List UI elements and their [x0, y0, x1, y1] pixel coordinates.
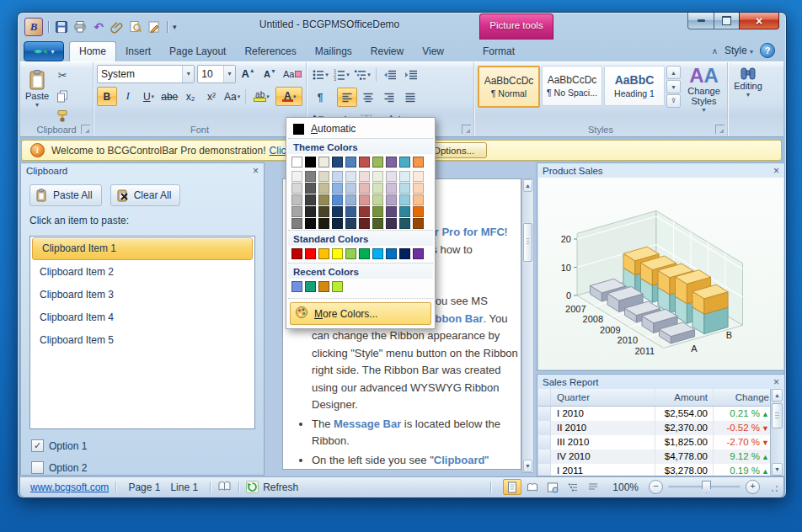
- color-swatch[interactable]: [332, 281, 343, 292]
- color-swatch[interactable]: [305, 157, 316, 168]
- scroll-thumb[interactable]: [772, 403, 783, 428]
- color-swatch[interactable]: [359, 218, 370, 229]
- numbering-button[interactable]: 123▾: [331, 65, 351, 84]
- color-swatch[interactable]: [332, 157, 343, 168]
- tab-mailings[interactable]: Mailings: [306, 42, 361, 61]
- color-swatch[interactable]: [372, 157, 383, 168]
- superscript-button[interactable]: x²: [201, 87, 222, 106]
- tab-page-layout[interactable]: Page Layout: [160, 42, 235, 61]
- color-swatch[interactable]: [413, 171, 424, 182]
- color-swatch[interactable]: [386, 206, 397, 217]
- format-painter-button[interactable]: [52, 106, 72, 125]
- website-link[interactable]: www.bcgsoft.com: [30, 481, 109, 493]
- color-swatch[interactable]: [318, 281, 329, 292]
- color-swatch[interactable]: [305, 171, 316, 182]
- show-marks-button[interactable]: ¶: [310, 88, 330, 107]
- subscript-button[interactable]: x₂: [180, 87, 200, 106]
- tab-references[interactable]: References: [235, 42, 305, 61]
- scroll-down-icon[interactable]: ▼: [772, 463, 783, 476]
- italic-button[interactable]: I: [118, 87, 138, 106]
- bold-button[interactable]: B: [97, 87, 117, 106]
- font-size-combo[interactable]: 10▾: [197, 65, 236, 83]
- undo-icon[interactable]: ↶: [91, 19, 106, 35]
- color-swatch[interactable]: [318, 183, 329, 194]
- color-swatch[interactable]: [291, 171, 302, 182]
- change-styles-button[interactable]: AA Change Styles ▾: [681, 62, 727, 114]
- highlight-color-button[interactable]: ab▾: [249, 87, 275, 106]
- paragraph-dialog-launcher[interactable]: [462, 125, 471, 134]
- color-swatch[interactable]: [332, 206, 343, 217]
- color-swatch[interactable]: [386, 248, 397, 259]
- multilevel-list-button[interactable]: ▾: [352, 65, 372, 84]
- editing-button[interactable]: Editing ▾: [728, 62, 768, 98]
- zoom-in-icon[interactable]: +: [746, 480, 760, 494]
- app-icon[interactable]: B: [24, 18, 43, 36]
- color-swatch[interactable]: [332, 194, 343, 205]
- color-swatch[interactable]: [399, 248, 410, 259]
- bullets-button[interactable]: ▾: [310, 65, 330, 84]
- color-swatch[interactable]: [291, 248, 302, 259]
- more-colors-item[interactable]: More Colors...: [290, 302, 431, 325]
- view-full-screen-button[interactable]: [523, 479, 542, 495]
- color-swatch[interactable]: [399, 206, 410, 217]
- table-row[interactable]: III 2010 $1,825.00 -2.70 %▼: [538, 435, 783, 450]
- color-swatch[interactable]: [399, 218, 410, 229]
- scroll-up-icon[interactable]: ▲: [772, 389, 783, 402]
- close-icon[interactable]: ×: [253, 166, 259, 176]
- color-swatch[interactable]: [359, 171, 370, 182]
- clear-all-button[interactable]: Clear All: [110, 184, 181, 206]
- help-icon[interactable]: ?: [760, 43, 775, 58]
- color-swatch[interactable]: [386, 218, 397, 229]
- change-case-button[interactable]: Aa▾: [222, 87, 243, 106]
- styles-dialog-launcher[interactable]: [715, 125, 724, 134]
- scroll-thumb[interactable]: [523, 223, 532, 262]
- title-bar[interactable]: B↶▾ Untitled - BCGPMSOfficeDemo Picture …: [18, 13, 786, 40]
- style-item[interactable]: AaBbC Heading 1: [604, 66, 665, 106]
- scroll-down-icon[interactable]: ▼: [523, 460, 532, 472]
- align-left-button[interactable]: [337, 88, 357, 107]
- color-swatch[interactable]: [386, 157, 397, 168]
- color-swatch[interactable]: [318, 194, 329, 205]
- sales-report-header[interactable]: Sales Report ×: [537, 375, 784, 389]
- qat-customize-icon[interactable]: ▾: [173, 23, 177, 31]
- copy-button[interactable]: [52, 86, 72, 105]
- color-swatch[interactable]: [386, 171, 397, 182]
- color-swatch[interactable]: [386, 194, 397, 205]
- color-swatch[interactable]: [345, 183, 356, 194]
- color-swatch[interactable]: [318, 157, 329, 168]
- tab-insert[interactable]: Insert: [116, 42, 160, 61]
- color-swatch[interactable]: [318, 171, 329, 182]
- view-print-layout-button[interactable]: [503, 479, 521, 495]
- color-swatch[interactable]: [386, 183, 397, 194]
- table-row[interactable]: I 2011 $3,278.00 0.19 %▲: [538, 464, 783, 476]
- style-item[interactable]: AaBbCcDc ¶ Normal: [478, 66, 540, 108]
- color-swatch[interactable]: [372, 248, 383, 259]
- file-menu-button[interactable]: ▾: [24, 41, 64, 61]
- view-web-layout-button[interactable]: [543, 479, 562, 495]
- color-swatch[interactable]: [291, 281, 302, 292]
- refresh-button[interactable]: Refresh: [246, 481, 298, 493]
- view-outline-button[interactable]: [564, 479, 582, 495]
- zoom-slider[interactable]: [668, 486, 741, 488]
- color-swatch[interactable]: [413, 194, 424, 205]
- clear-formatting-button[interactable]: Aa: [282, 64, 302, 83]
- view-draft-button[interactable]: [584, 479, 602, 495]
- justify-button[interactable]: [400, 88, 420, 107]
- print-icon[interactable]: [72, 19, 88, 35]
- color-swatch[interactable]: [291, 183, 302, 194]
- shrink-font-button[interactable]: A▼: [260, 64, 280, 83]
- book-icon[interactable]: [217, 480, 232, 495]
- close-icon[interactable]: ×: [773, 166, 779, 176]
- clipboard-items-list[interactable]: Clipboard Item 1Clipboard Item 2Clipboar…: [29, 236, 255, 429]
- color-swatch[interactable]: [413, 206, 424, 217]
- color-swatch[interactable]: [372, 183, 383, 194]
- list-item[interactable]: Clipboard Item 2: [30, 261, 254, 284]
- color-swatch[interactable]: [345, 194, 356, 205]
- font-name-combo[interactable]: System▾: [97, 65, 195, 83]
- color-swatch[interactable]: [413, 248, 424, 259]
- table-row[interactable]: I 2010 $2,554.00 0.21 %▲: [538, 407, 783, 421]
- color-swatch[interactable]: [305, 218, 316, 229]
- color-swatch[interactable]: [372, 206, 383, 217]
- tab-view[interactable]: View: [413, 42, 453, 61]
- color-swatch[interactable]: [345, 206, 356, 217]
